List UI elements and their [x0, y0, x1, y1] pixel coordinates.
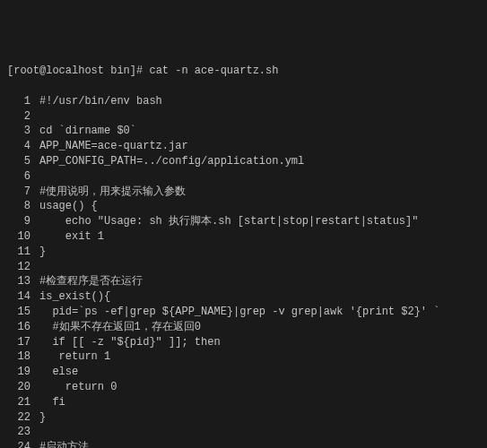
line-number: 2 [7, 109, 39, 125]
line-number: 6 [7, 169, 39, 185]
shell-prompt: [root@localhost bin]# cat -n ace-quartz.… [7, 64, 480, 79]
line-number: 14 [7, 289, 39, 305]
file-content: 1#!/usr/bin/env bash23cd `dirname $0`4AP… [7, 94, 480, 448]
line-number: 16 [7, 320, 39, 335]
line-text: exit 1 [39, 229, 104, 245]
line-text: if [[ -z "${pid}" ]]; then [39, 335, 221, 350]
code-line: 11} [7, 245, 480, 260]
code-line: 12 [7, 260, 480, 275]
line-number: 7 [7, 185, 39, 200]
line-text: usage() { [39, 199, 98, 214]
code-line: 10 exit 1 [7, 229, 480, 245]
line-text: #使用说明，用来提示输入参数 [39, 185, 186, 200]
line-number: 21 [7, 395, 39, 410]
code-line: 18 return 1 [7, 349, 480, 365]
line-number: 3 [7, 124, 39, 139]
code-line: 24#启动方法 [7, 440, 480, 448]
code-line: 13#检查程序是否在运行 [7, 274, 480, 289]
line-text: fi [39, 395, 65, 410]
line-text: #!/usr/bin/env bash [39, 94, 162, 109]
line-text: return 1 [39, 349, 110, 365]
line-text: cd `dirname $0` [39, 124, 136, 139]
code-line: 5APP_CONFIG_PATH=../config/application.y… [7, 154, 480, 169]
line-number: 1 [7, 94, 39, 109]
line-number: 9 [7, 214, 39, 229]
line-text: } [39, 410, 46, 426]
line-text: return 0 [39, 380, 117, 395]
line-number: 5 [7, 154, 39, 169]
line-text: is_exist(){ [39, 289, 110, 305]
code-line: 8usage() { [7, 199, 480, 214]
line-text: } [39, 245, 46, 260]
code-line: 9 echo "Usage: sh 执行脚本.sh [start|stop|re… [7, 214, 480, 229]
line-number: 13 [7, 274, 39, 289]
code-line: 22} [7, 410, 480, 426]
line-number: 10 [7, 229, 39, 245]
line-text: APP_NAME=ace-quartz.jar [39, 139, 188, 154]
line-text: APP_CONFIG_PATH=../config/application.ym… [39, 154, 304, 169]
line-text: echo "Usage: sh 执行脚本.sh [start|stop|rest… [39, 214, 418, 229]
code-line: 3cd `dirname $0` [7, 124, 480, 139]
code-line: 14is_exist(){ [7, 289, 480, 305]
line-number: 8 [7, 199, 39, 214]
code-line: 23 [7, 425, 480, 440]
code-line: 1#!/usr/bin/env bash [7, 94, 480, 109]
line-number: 11 [7, 245, 39, 260]
line-number: 12 [7, 260, 39, 275]
code-line: 20 return 0 [7, 380, 480, 395]
line-number: 17 [7, 335, 39, 350]
line-number: 15 [7, 305, 39, 320]
line-number: 20 [7, 380, 39, 395]
line-text: else [39, 365, 78, 380]
line-text: #检查程序是否在运行 [39, 274, 143, 289]
code-line: 4APP_NAME=ace-quartz.jar [7, 139, 480, 154]
line-number: 23 [7, 425, 39, 440]
code-line: 6 [7, 169, 480, 185]
code-line: 7#使用说明，用来提示输入参数 [7, 185, 480, 200]
code-line: 19 else [7, 365, 480, 380]
code-line: 2 [7, 109, 480, 125]
line-number: 19 [7, 365, 39, 380]
line-number: 4 [7, 139, 39, 154]
line-number: 22 [7, 410, 39, 426]
line-number: 18 [7, 349, 39, 365]
code-line: 15 pid=`ps -ef|grep ${APP_NAME}|grep -v … [7, 305, 480, 320]
code-line: 16 #如果不存在返回1，存在返回0 [7, 320, 480, 335]
line-number: 24 [7, 440, 39, 448]
line-text: pid=`ps -ef|grep ${APP_NAME}|grep -v gre… [39, 305, 439, 320]
code-line: 21 fi [7, 395, 480, 410]
line-text: #如果不存在返回1，存在返回0 [39, 320, 201, 335]
code-line: 17 if [[ -z "${pid}" ]]; then [7, 335, 480, 350]
line-text: #启动方法 [39, 440, 89, 448]
